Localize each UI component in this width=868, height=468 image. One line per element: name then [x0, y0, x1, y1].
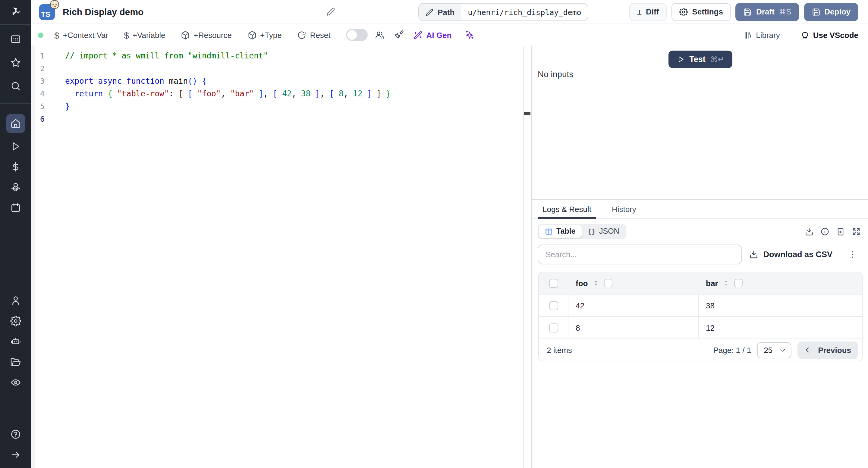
ai-gen-button[interactable]: AI Gen: [414, 30, 452, 39]
add-context-var-button[interactable]: $ +Context Var: [54, 30, 108, 40]
sort-foo-button[interactable]: [592, 279, 599, 287]
sort-arrows-icon: [592, 279, 599, 287]
page-indicator: Page: 1 / 1: [713, 345, 751, 355]
row-checkbox[interactable]: [549, 301, 558, 310]
result-body: Table {} JSON: [532, 219, 868, 468]
row-checkbox[interactable]: [549, 323, 558, 332]
sidebar-divider: [0, 24, 31, 25]
users-icon: [375, 30, 385, 40]
sidebar-item-audit[interactable]: [8, 375, 23, 390]
sidebar-item-search[interactable]: [8, 79, 23, 93]
diff-button[interactable]: ± Diff: [629, 3, 667, 21]
result-tabs: Logs & Result History: [532, 199, 868, 219]
ai-sparkles-button[interactable]: [465, 30, 474, 40]
apps-icon: [10, 34, 21, 44]
windmill-script-editor: TS Rich Display demo Path u/henri/rich_d…: [0, 0, 868, 468]
expand-icon[interactable]: [852, 227, 861, 236]
path-value: u/henri/rich_display_demo: [461, 4, 588, 21]
add-resource-button[interactable]: +Resource: [181, 30, 232, 39]
bun-runtime-icon: [50, 0, 59, 9]
no-inputs-label: No inputs: [538, 69, 573, 79]
home-icon: [10, 118, 21, 129]
library-button[interactable]: Library: [743, 30, 780, 39]
package-icon: [247, 30, 256, 39]
reset-button[interactable]: Reset: [298, 30, 331, 39]
run-result-panel: Test ⌘↵ No inputs Logs & Result History: [531, 46, 868, 468]
previous-page-button[interactable]: Previous: [798, 341, 858, 359]
column-header-bar[interactable]: bar: [706, 278, 718, 288]
column-header-foo[interactable]: foo: [576, 278, 588, 288]
gear-icon: [679, 7, 688, 16]
library-icon: [743, 30, 752, 39]
add-variable-button[interactable]: $ +Variable: [124, 30, 165, 40]
sidebar-item-workers[interactable]: [8, 334, 23, 349]
path-label-segment: Path: [419, 4, 461, 21]
sidebar-item-folders[interactable]: [8, 355, 23, 369]
sidebar-item-runs[interactable]: [8, 139, 23, 154]
column-toggle-bar[interactable]: [734, 279, 743, 287]
tab-history[interactable]: History: [607, 200, 641, 218]
tab-logs-result[interactable]: Logs & Result: [538, 200, 596, 218]
view-toggle: Table {} JSON: [538, 224, 627, 239]
edit-summary-button[interactable]: [326, 7, 335, 16]
path-field[interactable]: Path u/henri/rich_display_demo: [418, 3, 589, 21]
sidebar-item-schedules[interactable]: [8, 201, 23, 215]
windmill-logo[interactable]: [0, 0, 31, 24]
view-toggle-table[interactable]: Table: [539, 225, 581, 238]
table-menu-button[interactable]: [848, 250, 857, 259]
sidebar-item-apps[interactable]: [8, 32, 23, 46]
table-row[interactable]: 8 12: [539, 316, 862, 338]
path-label: Path: [438, 7, 455, 16]
sidebar-item-settings[interactable]: [8, 314, 23, 328]
reset-icon: [298, 30, 307, 39]
table-row[interactable]: 42 38: [539, 294, 862, 316]
play-icon: [10, 141, 21, 152]
package-icon: [181, 30, 190, 39]
select-all-checkbox[interactable]: [549, 278, 558, 288]
sidebar-item-variables[interactable]: [8, 160, 23, 174]
draft-button[interactable]: Draft ⌘S: [736, 3, 799, 21]
column-toggle-foo[interactable]: [604, 279, 613, 287]
status-dot: [38, 32, 43, 38]
view-toggle-json[interactable]: {} JSON: [581, 225, 625, 238]
diff-mode-toggle[interactable]: [346, 29, 368, 41]
code-editor[interactable]: 123456 // import * as wmill from "windmi…: [31, 46, 531, 468]
sidebar-item-favorites[interactable]: [8, 56, 23, 70]
info-icon[interactable]: [820, 227, 830, 236]
overview-ruler-cursor-mark: [524, 112, 530, 115]
plus-minus-icon: ±: [637, 7, 642, 16]
calendar-icon: [10, 202, 21, 213]
page-size-select[interactable]: 25: [757, 342, 792, 358]
sort-bar-button[interactable]: [723, 279, 730, 287]
items-count: 2 items: [547, 345, 572, 355]
download-result-icon[interactable]: [805, 227, 814, 236]
sidebar-divider: [0, 103, 31, 104]
typescript-badge-label: TS: [39, 10, 50, 20]
copy-clipboard-icon[interactable]: [836, 227, 845, 236]
search-input[interactable]: [538, 244, 742, 264]
sidebar-item-home[interactable]: [6, 114, 25, 133]
windmill-logo-icon: [9, 5, 22, 19]
use-vscode-button[interactable]: Use VScode: [801, 30, 858, 39]
sidebar-item-user[interactable]: [8, 293, 23, 308]
star-icon: [10, 57, 21, 68]
collaborators-button[interactable]: [375, 30, 385, 40]
inputs-section: Test ⌘↵ No inputs: [532, 46, 868, 199]
search-icon: [10, 81, 21, 92]
wand-sparkles-icon: [414, 30, 423, 39]
settings-button[interactable]: Settings: [672, 3, 731, 21]
sidebar: [0, 0, 31, 468]
table-icon: [545, 227, 553, 235]
format-button[interactable]: [395, 30, 404, 40]
deploy-button[interactable]: Deploy: [804, 3, 858, 21]
sidebar-item-resources[interactable]: [8, 180, 23, 195]
add-type-button[interactable]: +Type: [247, 30, 282, 39]
sidebar-item-expand[interactable]: [8, 447, 23, 462]
overview-ruler[interactable]: [523, 46, 531, 468]
code-content[interactable]: // import * as wmill from "windmill-clie…: [65, 49, 391, 125]
download-icon: [749, 250, 758, 259]
test-button[interactable]: Test ⌘↵: [669, 51, 733, 68]
sidebar-item-help[interactable]: [8, 427, 23, 441]
pencil-icon: [326, 7, 335, 16]
download-csv-button[interactable]: Download as CSV: [749, 250, 832, 259]
